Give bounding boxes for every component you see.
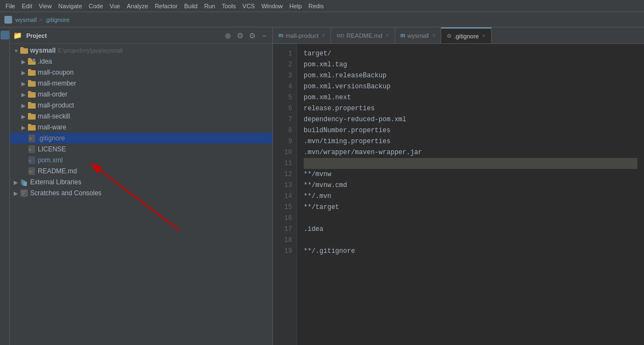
menu-refactor[interactable]: Refactor xyxy=(151,2,181,10)
tree-item-pom[interactable]: m pom.xml xyxy=(10,155,272,166)
code-line-7: dependency-reduced-pom.xml xyxy=(304,114,637,125)
line-num-13: 13 xyxy=(273,180,297,191)
tree-item-readme[interactable]: MD README.md xyxy=(10,166,272,177)
tab-wysmall[interactable]: m wysmall × xyxy=(395,27,442,43)
folder-mall-order-icon xyxy=(27,90,36,99)
arrow-scratches: ▶ xyxy=(12,190,20,196)
side-tabs xyxy=(0,27,10,345)
collapse-button[interactable]: − xyxy=(259,31,269,41)
folder-mall-coupon-icon xyxy=(27,68,36,77)
code-line-1: target/ xyxy=(304,48,637,59)
tree-item-ext-libs[interactable]: ▶ External Libraries xyxy=(10,177,272,188)
svg-rect-11 xyxy=(28,91,31,93)
tab-readme-icon: MD xyxy=(337,33,344,38)
menu-view[interactable]: View xyxy=(36,2,55,10)
code-line-5: pom.xml.next xyxy=(304,92,637,103)
menu-edit[interactable]: Edit xyxy=(19,2,36,10)
svg-rect-17 xyxy=(28,124,31,126)
line-num-17: 17 xyxy=(273,224,297,235)
label-mall-product: mall-product xyxy=(38,101,74,109)
folder-mall-seckill-icon xyxy=(27,112,36,121)
label-mall-order: mall-order xyxy=(38,91,67,98)
svg-rect-10 xyxy=(28,92,36,98)
tree-item-mall-coupon[interactable]: ▶ mall-coupon xyxy=(10,67,272,78)
root-folder-icon xyxy=(20,46,29,55)
tab-readme[interactable]: MD README.md × xyxy=(331,27,395,43)
tab-gitignore-close[interactable]: × xyxy=(482,33,486,39)
tree-root[interactable]: ▾ wysmall E:\project\my\java\wysmall xyxy=(10,45,272,56)
label-mall-ware: mall-ware xyxy=(38,123,66,131)
arrow-mall-ware: ▶ xyxy=(20,125,27,131)
panel-folder-icon: 📁 xyxy=(13,31,22,39)
code-line-10: .mvn/wrapper/maven-wrapper.jar xyxy=(304,147,637,158)
code-line-2: pom.xml.tag xyxy=(304,59,637,70)
side-tab-project[interactable] xyxy=(1,31,9,39)
root-path: E:\project\my\java\wysmall xyxy=(58,48,123,54)
line-num-8: 8 xyxy=(273,125,297,136)
line-num-1: 1 xyxy=(273,48,297,59)
arrow-mall-seckill: ▶ xyxy=(20,114,27,120)
menu-navigate[interactable]: Navigate xyxy=(55,2,85,10)
svg-text:≡: ≡ xyxy=(29,148,31,151)
tree-item-license[interactable]: ≡ LICENSE xyxy=(10,144,272,155)
tab-wysmall-close[interactable]: × xyxy=(432,32,436,38)
tree-arrow-root: ▾ xyxy=(12,48,20,54)
svg-rect-6 xyxy=(28,70,36,76)
svg-point-5 xyxy=(33,59,35,61)
settings-button[interactable]: ⚙ xyxy=(247,31,257,41)
menu-redis[interactable]: Redis xyxy=(305,2,327,10)
readme-file-icon: MD xyxy=(27,167,36,176)
label-scratches: Scratches and Consoles xyxy=(30,189,101,197)
menu-file[interactable]: File xyxy=(2,2,19,10)
svg-text:⚙: ⚙ xyxy=(29,137,32,140)
svg-rect-3 xyxy=(28,58,31,60)
scratches-icon xyxy=(20,189,29,197)
svg-rect-1 xyxy=(20,47,24,49)
ext-libs-icon xyxy=(20,178,29,186)
menu-window[interactable]: Window xyxy=(258,2,286,10)
menu-build[interactable]: Build xyxy=(181,2,201,10)
tree-item-idea[interactable]: ▶ .idea xyxy=(10,56,272,67)
menu-tools[interactable]: Tools xyxy=(219,2,240,10)
code-area[interactable]: target/ pom.xml.tag pom.xml.releaseBacku… xyxy=(297,44,644,345)
line-numbers: 1 2 3 4 5 6 7 8 9 10 11 12 13 14 15 16 1 xyxy=(273,44,297,345)
code-line-13: **/mvnw.cmd xyxy=(304,180,637,191)
code-line-14: **/.mvn xyxy=(304,191,637,202)
line-num-14: 14 xyxy=(273,191,297,202)
tab-readme-close[interactable]: × xyxy=(386,32,389,38)
arrow-ext-libs: ▶ xyxy=(12,179,20,185)
menu-vcs[interactable]: VCS xyxy=(239,2,258,10)
code-line-11 xyxy=(304,158,637,169)
line-num-2: 2 xyxy=(273,59,297,70)
svg-rect-9 xyxy=(28,80,31,82)
tree-item-scratches[interactable]: ▶ Scratches and Consoles xyxy=(10,188,272,199)
svg-rect-8 xyxy=(28,81,36,87)
menu-analyze[interactable]: Analyze xyxy=(123,2,151,10)
panel-title: Project xyxy=(26,32,221,39)
code-line-9: .mvn/timing.properties xyxy=(304,136,637,147)
tree-item-mall-product[interactable]: ▶ mall-product xyxy=(10,100,272,111)
line-num-9: 9 xyxy=(273,136,297,147)
code-line-8: buildNumber.properties xyxy=(304,125,637,136)
tree-item-mall-order[interactable]: ▶ mall-order xyxy=(10,89,272,100)
menu-run[interactable]: Run xyxy=(201,2,218,10)
project-panel: 📁 Project ⊕ ⚙ ⚙ − ▾ wysmal xyxy=(10,27,273,345)
tree-item-mall-member[interactable]: ▶ mall-member xyxy=(10,78,272,89)
breadcrumb-file[interactable]: .gitignore xyxy=(45,16,70,23)
tree-item-mall-seckill[interactable]: ▶ mall-seckill xyxy=(10,111,272,122)
menu-vue[interactable]: Vue xyxy=(106,2,123,10)
svg-text:m: m xyxy=(29,159,31,162)
tab-gitignore[interactable]: ⚙ .gitignore × xyxy=(441,27,491,43)
code-line-18 xyxy=(304,235,637,246)
filter-button[interactable]: ⚙ xyxy=(235,31,245,41)
tab-mall-product-close[interactable]: × xyxy=(322,32,325,38)
menu-code[interactable]: Code xyxy=(86,2,106,10)
tree-item-gitignore[interactable]: ⚙ .gitignore xyxy=(10,133,272,144)
locate-button[interactable]: ⊕ xyxy=(223,31,233,41)
breadcrumb-project[interactable]: wysmall xyxy=(15,16,37,23)
tab-mall-product[interactable]: m mall-product × xyxy=(273,27,331,43)
editor-content: 1 2 3 4 5 6 7 8 9 10 11 12 13 14 15 16 1 xyxy=(273,44,644,345)
panel-toolbar: ⊕ ⚙ ⚙ − xyxy=(223,31,269,41)
menu-help[interactable]: Help xyxy=(286,2,305,10)
tree-item-mall-ware[interactable]: ▶ mall-ware xyxy=(10,122,272,133)
